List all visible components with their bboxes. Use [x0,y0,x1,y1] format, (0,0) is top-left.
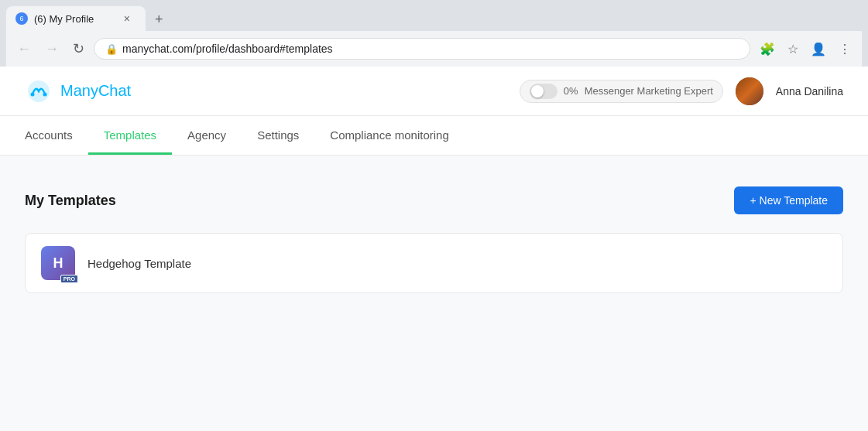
browser-tab[interactable]: 6 (6) My Profile × [6,6,146,31]
logo-icon [25,77,53,105]
pro-badge: PRO [60,275,78,283]
tab-accounts[interactable]: Accounts [25,116,88,155]
nav-tabs: Accounts Templates Agency Settings Compl… [25,116,843,155]
forward-button[interactable]: → [40,38,63,60]
template-icon: H PRO [41,246,75,280]
template-icon-letter: H [53,255,63,272]
tab-compliance[interactable]: Compliance monitoring [314,116,464,155]
profile-button[interactable]: 👤 [806,39,831,60]
nav-actions: 🧩 ☆ 👤 ⋮ [755,39,856,60]
logo-text: ManyChat [60,82,131,100]
svg-point-0 [31,92,35,96]
progress-percent: 0% [564,85,578,97]
template-card[interactable]: H PRO Hedgehog Template [25,233,843,293]
progress-badge[interactable]: 0% Messenger Marketing Expert [520,80,723,103]
main-content: My Templates + New Template H PRO Hedgeh… [0,156,868,431]
logo[interactable]: ManyChat [25,77,131,105]
template-name: Hedgehog Template [87,257,191,270]
section-header: My Templates + New Template [25,186,843,214]
app-navigation: Accounts Templates Agency Settings Compl… [0,116,868,156]
reload-button[interactable]: ↻ [68,37,89,60]
address-bar[interactable]: 🔒 manychat.com/profile/dashboard#templat… [94,38,750,60]
section-title: My Templates [25,193,116,209]
menu-button[interactable]: ⋮ [834,39,856,60]
tab-agency[interactable]: Agency [172,116,242,155]
avatar[interactable] [736,77,763,105]
progress-toggle[interactable] [530,84,558,99]
avatar-image [736,77,763,105]
user-name: Anna Danilina [776,85,843,97]
tab-close-button[interactable]: × [121,11,133,26]
new-template-button[interactable]: + New Template [734,186,843,214]
header-right: 0% Messenger Marketing Expert Anna Danil… [520,77,843,105]
bookmark-button[interactable]: ☆ [783,39,803,60]
tab-favicon: 6 [15,12,28,25]
tab-settings[interactable]: Settings [242,116,314,155]
browser-navigation: ← → ↻ 🔒 manychat.com/profile/dashboard#t… [6,31,862,67]
app-header: ManyChat 0% Messenger Marketing Expert A… [0,67,868,116]
back-button[interactable]: ← [12,38,36,60]
tab-templates[interactable]: Templates [88,116,172,155]
lock-icon: 🔒 [105,43,118,55]
tab-title: (6) My Profile [34,13,115,25]
app-wrapper: ManyChat 0% Messenger Marketing Expert A… [0,67,868,431]
progress-label: Messenger Marketing Expert [585,85,713,97]
url-text: manychat.com/profile/dashboard#templates [122,43,739,55]
tab-favicon-count: 6 [19,15,23,22]
browser-chrome: 6 (6) My Profile × + ← → ↻ 🔒 manychat.co… [0,0,868,67]
extensions-button[interactable]: 🧩 [755,39,780,60]
template-list: H PRO Hedgehog Template [25,233,843,293]
svg-point-1 [43,92,47,96]
new-tab-button[interactable]: + [149,9,170,31]
